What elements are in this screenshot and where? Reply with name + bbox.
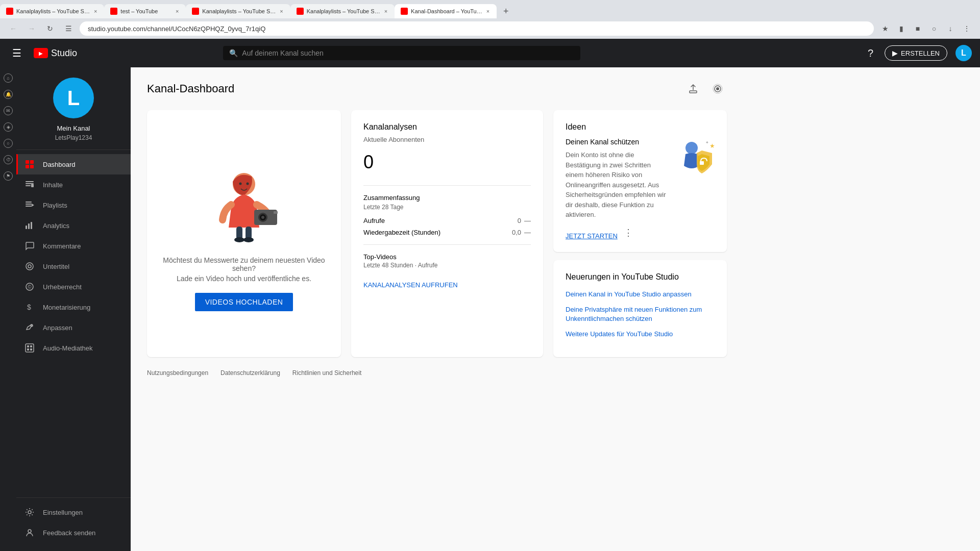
svg-rect-26: [27, 348, 29, 350]
social-icon-clock[interactable]: ⏱: [4, 155, 13, 164]
tab-1-close[interactable]: ×: [93, 7, 98, 15]
svg-rect-14: [28, 223, 30, 229]
nav-item-dashboard[interactable]: Dashboard: [16, 154, 131, 174]
nav-item-kommentare[interactable]: Kommentare: [16, 236, 131, 256]
nav-label-dashboard: Dashboard: [43, 161, 76, 168]
social-icon-circle[interactable]: ○: [4, 139, 13, 148]
tab-1[interactable]: Kanalplaylists – YouTube S… ×: [0, 4, 104, 18]
youtube-logo: [34, 48, 48, 58]
ideas-card-title: Ideen: [566, 122, 586, 132]
home-button[interactable]: ☰: [61, 21, 76, 36]
cards-row: Möchtest du Messwerte zu deinem neuesten…: [147, 110, 727, 357]
news-item-3[interactable]: Weitere Updates für YouTube Studio: [566, 330, 715, 339]
svg-rect-13: [26, 226, 27, 229]
nav-item-urheberrecht[interactable]: © Urheberrecht: [16, 277, 131, 297]
nav-label-monetarisierung: Monetarisierung: [43, 304, 90, 311]
upload-button[interactable]: VIDEOS HOCHLADEN: [195, 293, 293, 311]
browser-chrome: Kanalplaylists – YouTube S… × test – You…: [0, 0, 980, 39]
tab-5-close[interactable]: ×: [485, 7, 491, 15]
upload-action-button[interactable]: [684, 80, 702, 98]
nav-item-analytics[interactable]: Analytics: [16, 215, 131, 236]
news-item-1[interactable]: Deinen Kanal in YouTube Studio anpassen: [566, 290, 715, 299]
nav-item-monetarisierung[interactable]: $ Monetarisierung: [16, 297, 131, 317]
social-icon-home[interactable]: ⌂: [4, 73, 13, 83]
svg-rect-10: [26, 204, 32, 205]
live-action-button[interactable]: [708, 80, 727, 98]
channel-avatar[interactable]: L: [53, 78, 94, 118]
social-icon-flag[interactable]: ⚑: [4, 171, 13, 181]
footer-links: Nutzungsbedingungen Datenschutzerklärung…: [147, 357, 727, 381]
ideas-card-description: Dein Konto ist ohne die Bestätigung in z…: [566, 150, 668, 220]
svg-rect-0: [26, 160, 29, 164]
nav-item-inhalte[interactable]: Inhalte: [16, 174, 131, 195]
footer-link-richtlinien[interactable]: Richtlinien und Sicherheit: [292, 369, 361, 377]
social-icon-chat[interactable]: ✉: [4, 106, 13, 115]
logo-area[interactable]: Studio: [34, 48, 77, 59]
bookmark-icon[interactable]: ★: [878, 21, 892, 36]
tab-3[interactable]: Kanalplaylists – YouTube S… ×: [186, 4, 290, 18]
ideas-card-header: Ideen: [566, 122, 715, 132]
menu-icon[interactable]: ⋮: [960, 21, 974, 36]
nav-item-anpassen[interactable]: Anpassen: [16, 317, 131, 338]
svg-text:©: ©: [28, 284, 32, 290]
svg-rect-9: [26, 202, 32, 203]
nav-label-untertitel: Untertitel: [43, 263, 69, 270]
address-input[interactable]: [80, 21, 874, 36]
news-item-2[interactable]: Deine Privatsphäre mit neuen Funktionen …: [566, 305, 715, 323]
audio-mediathek-icon: [24, 343, 35, 353]
svg-rect-6: [26, 185, 31, 186]
tab-2-title: test – YouTube: [120, 8, 172, 14]
help-button[interactable]: ?: [865, 44, 876, 62]
tab-5-favicon: [401, 8, 408, 15]
create-button[interactable]: ▶ ERSTELLEN: [885, 45, 947, 61]
profile-icon[interactable]: ○: [927, 21, 941, 36]
nav-label-urheberrecht: Urheberrecht: [43, 283, 82, 291]
more-options-button[interactable]: ⋮: [624, 227, 633, 238]
tab-4[interactable]: Kanalplaylists – YouTube S… ×: [290, 4, 395, 18]
tab-4-title: Kanalplaylists – YouTube S…: [307, 8, 380, 14]
search-icon: 🔍: [229, 49, 238, 57]
svg-rect-47: [700, 161, 704, 165]
svg-point-17: [26, 263, 33, 270]
search-input[interactable]: [242, 49, 574, 57]
search-input-wrap: 🔍: [223, 46, 580, 60]
social-icon-bell[interactable]: 🔔: [4, 90, 13, 99]
tab-1-title: Kanalplaylists – YouTube S…: [16, 8, 90, 14]
top-videos-sub: Letzte 48 Stunden · Aufrufe: [363, 262, 531, 269]
back-button[interactable]: ←: [6, 21, 20, 36]
social-icon-ig[interactable]: ◈: [4, 122, 13, 132]
nav-label-feedback: Feedback senden: [43, 529, 95, 537]
tab-2[interactable]: test – YouTube ×: [104, 4, 186, 18]
nav-item-einstellungen[interactable]: Einstellungen: [16, 502, 131, 522]
nav-label-playlists: Playlists: [43, 202, 67, 209]
tab-4-close[interactable]: ×: [383, 7, 388, 15]
nav-item-playlists[interactable]: Playlists: [16, 195, 131, 215]
tab-2-close[interactable]: ×: [175, 7, 180, 15]
footer-link-datenschutz[interactable]: Datenschutzerklärung: [220, 369, 280, 377]
hamburger-menu[interactable]: ☰: [8, 43, 26, 63]
svg-rect-27: [30, 348, 32, 350]
extension-icon[interactable]: ■: [911, 21, 925, 36]
dashboard-icon: [24, 159, 35, 169]
nav-item-feedback[interactable]: Feedback senden: [16, 522, 131, 543]
metric-label-aufrufe: Aufrufe: [363, 217, 385, 224]
tab-5[interactable]: Kanal-Dashboard – YouTu… ×: [395, 4, 497, 18]
reload-button[interactable]: ↻: [43, 21, 57, 36]
analytics-link[interactable]: KANALANALYSEN AUFRUFEN: [363, 281, 458, 289]
new-tab-button[interactable]: +: [499, 4, 513, 18]
svg-rect-11: [26, 206, 32, 207]
user-avatar[interactable]: L: [955, 45, 972, 61]
nav-item-audio-mediathek[interactable]: Audio-Mediathek: [16, 338, 131, 358]
metric-row-wiedergabezeit: Wiedergabezeit (Stunden) 0,0 —: [363, 229, 531, 236]
tab-3-close[interactable]: ×: [279, 7, 284, 15]
cast-icon[interactable]: ▮: [894, 21, 909, 36]
start-link[interactable]: JETZT STARTEN: [566, 232, 618, 240]
footer-link-nutzung[interactable]: Nutzungsbedingungen: [147, 369, 208, 377]
svg-text:$: $: [27, 303, 31, 311]
nav-item-untertitel[interactable]: Untertitel: [16, 256, 131, 277]
download-icon[interactable]: ↓: [943, 21, 958, 36]
header-right: ? ▶ ERSTELLEN L: [865, 44, 972, 62]
svg-point-28: [28, 511, 31, 514]
forward-button[interactable]: →: [24, 21, 39, 36]
nav-label-einstellungen: Einstellungen: [43, 509, 83, 516]
